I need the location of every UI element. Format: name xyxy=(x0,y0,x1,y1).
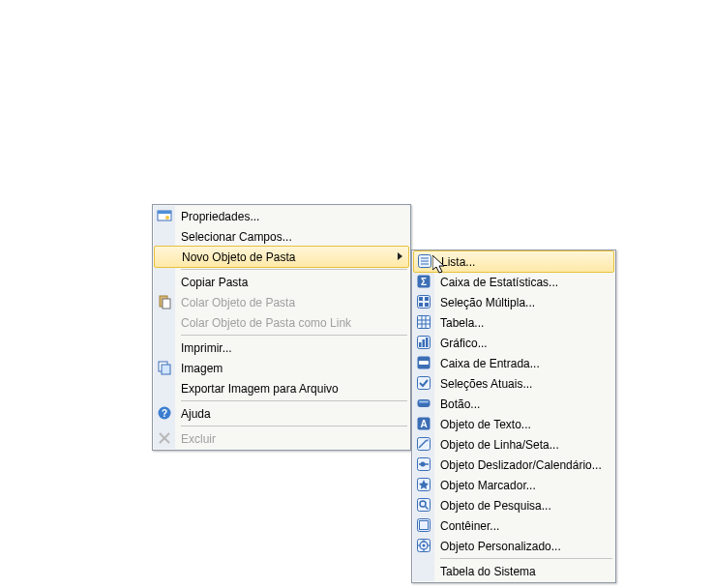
bookmark-icon xyxy=(416,477,431,492)
menu-item-paste-object: Colar Objeto de Pasta xyxy=(154,292,409,312)
menu-item-label: Tabela do Sistema xyxy=(440,565,536,578)
menu-item-new-sheet-object[interactable]: Novo Objeto de Pasta xyxy=(154,246,409,268)
submenu-item-current-selections[interactable]: Seleções Atuais... xyxy=(413,373,614,394)
menu-item-label: Caixa de Estatísticas... xyxy=(440,276,558,289)
menu-item-label: Objeto de Linha/Seta... xyxy=(440,438,559,452)
menu-item-label: Exportar Imagem para Arquivo xyxy=(181,382,339,396)
line-icon xyxy=(416,436,431,452)
menu-item-label: Contêiner... xyxy=(440,519,499,533)
search-icon xyxy=(416,497,431,513)
submenu-item-container[interactable]: Contêiner... xyxy=(413,515,614,536)
submenu-item-list[interactable]: Lista... xyxy=(413,250,614,273)
menu-items: Propriedades... Selecionar Campos... Nov… xyxy=(154,206,409,449)
svg-rect-29 xyxy=(423,339,426,347)
selections-icon xyxy=(416,375,431,391)
menu-item-image[interactable]: Imagem xyxy=(154,358,409,378)
menu-item-label: Selecionar Campos... xyxy=(181,230,292,244)
menu-item-properties[interactable]: Propriedades... xyxy=(154,206,409,226)
menu-item-label: Objeto Marcador... xyxy=(440,479,536,492)
submenu-item-button[interactable]: Botão... xyxy=(413,394,614,414)
menu-item-label: Novo Objeto de Pasta xyxy=(182,250,295,264)
submenu-item-text[interactable]: A Objeto de Texto... xyxy=(413,414,614,434)
svg-rect-32 xyxy=(419,361,429,365)
svg-rect-35 xyxy=(419,401,429,403)
svg-point-2 xyxy=(165,216,169,220)
menu-item-label: Lista... xyxy=(441,255,475,269)
menu-item-delete: Excluir xyxy=(154,428,409,449)
submenu-item-multiselect[interactable]: Seleção Múltipla... xyxy=(413,292,614,312)
input-icon xyxy=(416,355,431,370)
table-icon xyxy=(416,314,431,330)
menu-item-label: Objeto Deslizador/Calendário... xyxy=(440,458,602,472)
svg-rect-4 xyxy=(163,299,170,309)
submenu-item-line[interactable]: Objeto de Linha/Seta... xyxy=(413,434,614,455)
chart-icon xyxy=(416,335,431,350)
svg-rect-18 xyxy=(419,297,423,301)
submenu-item-bookmark[interactable]: Objeto Marcador... xyxy=(413,475,614,495)
svg-rect-6 xyxy=(162,365,170,374)
submenu-item-inputbox[interactable]: Caixa de Entrada... xyxy=(413,353,614,373)
submenu-item-table[interactable]: Tabela... xyxy=(413,312,614,333)
svg-rect-19 xyxy=(425,297,429,301)
context-menu-main[interactable]: Propriedades... Selecionar Campos... Nov… xyxy=(152,204,411,451)
submenu-item-search[interactable]: Objeto de Pesquisa... xyxy=(413,495,614,515)
menu-item-label: Imagem xyxy=(181,362,223,375)
svg-text:Σ: Σ xyxy=(421,277,427,287)
menu-item-copy-sheet[interactable]: Copiar Pasta xyxy=(154,272,409,292)
menu-item-label: Ajuda xyxy=(181,407,211,421)
button-icon xyxy=(416,396,431,411)
svg-text:?: ? xyxy=(162,408,167,419)
submenu-arrow-icon xyxy=(398,252,402,260)
svg-rect-28 xyxy=(419,342,422,347)
separator xyxy=(181,426,407,426)
menu-item-label: Imprimir... xyxy=(181,341,232,355)
menu-item-label: Colar Objeto de Pasta xyxy=(181,296,295,309)
container-icon xyxy=(416,517,431,533)
svg-rect-22 xyxy=(418,316,431,329)
svg-point-43 xyxy=(421,462,426,467)
separator xyxy=(181,335,407,336)
custom-icon xyxy=(416,538,431,553)
submenu-item-system-table[interactable]: Tabela do Sistema xyxy=(413,561,614,581)
context-menu-sub[interactable]: Lista... Σ Caixa de Estatísticas... Sele… xyxy=(411,250,616,583)
properties-icon xyxy=(157,208,172,223)
menu-item-select-fields[interactable]: Selecionar Campos... xyxy=(154,226,409,247)
separator xyxy=(181,400,407,401)
svg-rect-33 xyxy=(418,377,431,390)
svg-point-53 xyxy=(423,544,426,547)
svg-rect-30 xyxy=(426,338,429,347)
stats-icon: Σ xyxy=(416,274,431,289)
submenu-item-custom[interactable]: Objeto Personalizado... xyxy=(413,536,614,556)
menu-item-label: Caixa de Entrada... xyxy=(440,357,540,370)
copy-icon xyxy=(157,360,172,375)
menu-item-label: Gráfico... xyxy=(440,337,488,350)
menu-item-label: Seleção Múltipla... xyxy=(440,296,535,309)
menu-item-label: Seleções Atuais... xyxy=(440,377,532,391)
slider-icon xyxy=(416,456,431,472)
submenu-item-stats[interactable]: Σ Caixa de Estatísticas... xyxy=(413,272,614,292)
menu-item-label: Objeto de Texto... xyxy=(440,418,531,431)
svg-rect-34 xyxy=(418,399,431,407)
menu-item-export-image[interactable]: Exportar Imagem para Arquivo xyxy=(154,378,409,398)
svg-text:A: A xyxy=(420,419,427,429)
menu-item-label: Botão... xyxy=(440,397,480,411)
menu-item-label: Propriedades... xyxy=(181,210,259,223)
paste-icon xyxy=(157,294,172,309)
help-icon: ? xyxy=(157,405,172,421)
delete-icon xyxy=(157,430,172,446)
submenu-item-slider[interactable]: Objeto Deslizador/Calendário... xyxy=(413,455,614,475)
menu-item-label: Excluir xyxy=(181,432,216,446)
svg-rect-20 xyxy=(419,303,423,307)
menu-item-label: Objeto de Pesquisa... xyxy=(440,499,551,513)
menu-item-print[interactable]: Imprimir... xyxy=(154,338,409,358)
multiselect-icon xyxy=(416,294,431,309)
separator xyxy=(181,269,407,270)
menu-item-paste-link: Colar Objeto de Pasta como Link xyxy=(154,312,409,333)
submenu-item-chart[interactable]: Gráfico... xyxy=(413,333,614,353)
menu-item-label: Objeto Personalizado... xyxy=(440,540,561,553)
menu-item-help[interactable]: ? Ajuda xyxy=(154,403,409,424)
separator xyxy=(440,558,612,559)
text-icon: A xyxy=(416,416,431,431)
list-icon xyxy=(417,253,432,269)
menu-item-label: Colar Objeto de Pasta como Link xyxy=(181,316,351,330)
